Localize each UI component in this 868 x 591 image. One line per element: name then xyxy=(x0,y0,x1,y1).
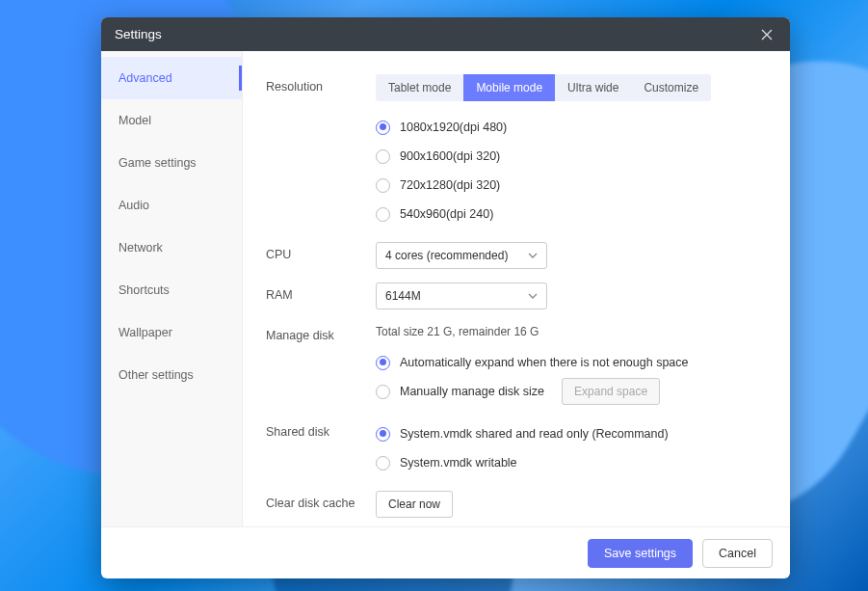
radio-icon xyxy=(376,207,390,222)
clear-now-button[interactable]: Clear now xyxy=(376,491,453,518)
radio-icon xyxy=(376,427,390,442)
dialog-footer: Save settings Cancel xyxy=(101,526,790,578)
chevron-down-icon xyxy=(528,251,538,260)
radio-icon xyxy=(376,356,390,370)
mode-tablet[interactable]: Tablet mode xyxy=(376,74,463,101)
titlebar-title: Settings xyxy=(115,27,162,41)
cpu-select[interactable]: 4 cores (recommended) xyxy=(376,242,547,269)
resolution-option[interactable]: 720x1280(dpi 320) xyxy=(376,171,767,200)
titlebar: Settings xyxy=(101,17,790,51)
sidebar-item-label: Model xyxy=(118,114,151,127)
sidebar-item-label: Shortcuts xyxy=(118,283,170,297)
shared-row: Shared disk System.vmdk shared and read … xyxy=(266,419,767,477)
button-label: Clear now xyxy=(388,497,440,511)
disk-option-manual-row: Manually manage disk size Expand space xyxy=(376,377,767,406)
sidebar-item-shortcuts[interactable]: Shortcuts xyxy=(101,269,242,311)
sidebar-item-label: Other settings xyxy=(118,368,194,382)
button-label: Expand space xyxy=(574,385,647,398)
ram-row: RAM 6144M xyxy=(266,282,767,309)
sidebar-item-model[interactable]: Model xyxy=(101,99,242,142)
radio-label: 540x960(dpi 240) xyxy=(400,207,493,221)
radio-label: Automatically expand when there is not e… xyxy=(400,356,689,369)
radio-label: Manually manage disk size xyxy=(400,385,544,398)
radio-label: 900x1600(dpi 320) xyxy=(400,149,500,163)
sidebar-item-label: Game settings xyxy=(118,156,197,170)
chevron-down-icon xyxy=(528,291,538,301)
mode-label: Mobile mode xyxy=(476,81,542,94)
ram-label: RAM xyxy=(266,282,376,302)
disk-option-auto[interactable]: Automatically expand when there is not e… xyxy=(376,348,767,377)
settings-dialog: Settings Advanced Model Game settings Au… xyxy=(101,17,790,578)
mode-label: Ultra wide xyxy=(567,81,618,94)
ram-content: 6144M xyxy=(376,282,767,309)
disk-label: Manage disk xyxy=(266,323,376,342)
radio-icon xyxy=(376,456,390,470)
sidebar-item-network[interactable]: Network xyxy=(101,227,242,269)
ram-select[interactable]: 6144M xyxy=(376,282,547,309)
shared-option[interactable]: System.vmdk shared and read only (Recomm… xyxy=(376,419,767,448)
sidebar: Advanced Model Game settings Audio Netwo… xyxy=(101,51,243,526)
resolution-label: Resolution xyxy=(266,74,376,94)
resolution-content: Tablet mode Mobile mode Ultra wide Custo… xyxy=(376,74,767,228)
content-area: Advanced Model Game settings Audio Netwo… xyxy=(101,51,790,526)
mode-ultrawide[interactable]: Ultra wide xyxy=(555,74,631,101)
radio-label: System.vmdk shared and read only (Recomm… xyxy=(400,427,669,441)
radio-icon xyxy=(376,121,390,135)
cpu-content: 4 cores (recommended) xyxy=(376,242,767,269)
disk-option-manual[interactable]: Manually manage disk size xyxy=(376,385,544,399)
sidebar-item-label: Audio xyxy=(118,199,149,212)
radio-icon xyxy=(376,178,390,193)
shared-option[interactable]: System.vmdk writable xyxy=(376,448,767,477)
button-label: Cancel xyxy=(719,547,756,560)
resolution-mode-segmented: Tablet mode Mobile mode Ultra wide Custo… xyxy=(376,74,711,101)
cache-label: Clear disk cache xyxy=(266,491,376,510)
sidebar-item-advanced[interactable]: Advanced xyxy=(101,57,242,99)
cancel-button[interactable]: Cancel xyxy=(702,539,773,568)
resolution-row: Resolution Tablet mode Mobile mode Ultra… xyxy=(266,74,767,228)
sidebar-item-label: Wallpaper xyxy=(118,326,172,339)
cpu-row: CPU 4 cores (recommended) xyxy=(266,242,767,269)
sidebar-item-wallpaper[interactable]: Wallpaper xyxy=(101,311,242,354)
cpu-select-value: 4 cores (recommended) xyxy=(385,249,508,262)
cpu-label: CPU xyxy=(266,242,376,261)
close-icon xyxy=(761,29,773,40)
radio-label: 1080x1920(dpi 480) xyxy=(400,121,507,134)
resolution-option[interactable]: 1080x1920(dpi 480) xyxy=(376,113,767,142)
mode-label: Customize xyxy=(644,81,698,94)
mode-mobile[interactable]: Mobile mode xyxy=(463,74,555,101)
shared-content: System.vmdk shared and read only (Recomm… xyxy=(376,419,767,477)
sidebar-item-other-settings[interactable]: Other settings xyxy=(101,354,242,396)
sidebar-item-label: Network xyxy=(118,241,163,255)
mode-label: Tablet mode xyxy=(388,81,451,94)
cache-content: Clear now xyxy=(376,491,767,518)
radio-label: System.vmdk writable xyxy=(400,456,517,470)
resolution-option[interactable]: 540x960(dpi 240) xyxy=(376,200,767,228)
cache-row: Clear disk cache Clear now xyxy=(266,491,767,518)
shared-label: Shared disk xyxy=(266,419,376,439)
sidebar-item-audio[interactable]: Audio xyxy=(101,184,242,227)
disk-info: Total size 21 G, remainder 16 G xyxy=(376,323,767,338)
main-panel: Resolution Tablet mode Mobile mode Ultra… xyxy=(243,51,790,526)
radio-icon xyxy=(376,149,390,164)
radio-label: 720x1280(dpi 320) xyxy=(400,178,500,192)
radio-icon xyxy=(376,385,390,399)
sidebar-item-game-settings[interactable]: Game settings xyxy=(101,142,242,184)
disk-content: Total size 21 G, remainder 16 G Automati… xyxy=(376,323,767,406)
disk-row: Manage disk Total size 21 G, remainder 1… xyxy=(266,323,767,406)
resolution-option[interactable]: 900x1600(dpi 320) xyxy=(376,142,767,171)
expand-space-button[interactable]: Expand space xyxy=(562,378,660,405)
sidebar-item-label: Advanced xyxy=(118,71,172,85)
ram-select-value: 6144M xyxy=(385,289,421,303)
close-button[interactable] xyxy=(755,23,778,46)
mode-customize[interactable]: Customize xyxy=(631,74,711,101)
save-button[interactable]: Save settings xyxy=(588,539,693,568)
button-label: Save settings xyxy=(604,547,676,560)
